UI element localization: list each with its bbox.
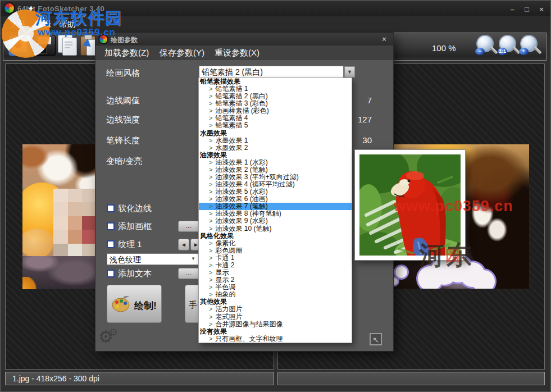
source-image (22, 144, 97, 289)
style-combobox-arrow-icon[interactable]: ▼ (344, 66, 355, 78)
soften-edges-checkbox[interactable] (107, 204, 115, 212)
style-option-label: 油漆效果 9 (水彩) (215, 217, 267, 225)
style-option[interactable]: >老式照片 (199, 313, 352, 321)
style-option[interactable]: >铅笔素描 3 (彩色) (199, 100, 352, 107)
app-window: 64bit FotoSketcher 3.40 – □ × 文件 编辑 帮助 1… (0, 0, 551, 392)
zoom-out-icon[interactable]: − (475, 34, 498, 61)
style-option[interactable]: >油画棒素描 (彩色) (199, 107, 352, 115)
style-category: 油漆效果 (199, 152, 352, 159)
item-marker: > (209, 174, 212, 180)
maximize-button[interactable]: □ (521, 5, 532, 14)
site-watermark-name: 河东软件园 (35, 7, 122, 30)
item-marker: > (209, 269, 212, 276)
menu-load-parameters[interactable]: 加载参数(Z) (104, 48, 149, 58)
style-option[interactable]: >油漆效果 7 (笔触) (199, 203, 352, 210)
item-marker: > (209, 291, 212, 298)
menu-save-parameters[interactable]: 保存参数(Y) (160, 48, 204, 58)
style-option[interactable]: >油漆效果 6 (油画) (199, 195, 352, 203)
mosaic-cell (53, 244, 68, 257)
style-option[interactable]: >铅笔素描 5 (199, 122, 352, 129)
style-option[interactable]: >油漆效果 1 (水彩) (199, 159, 352, 166)
close-button[interactable]: × (536, 5, 547, 14)
style-option-label: 彩色圆圈 (215, 247, 242, 254)
style-option[interactable]: >水墨效果 1 (199, 137, 352, 144)
mosaic-cell (53, 202, 68, 216)
style-option[interactable]: >油漆效果 5 (水彩) (199, 188, 352, 195)
style-option-label: 水墨效果 2 (215, 144, 248, 152)
texture-label: 纹理 1 (118, 239, 142, 250)
image-info: 1.jpg - 418x256 - 300 dpi (12, 374, 99, 383)
style-option[interactable]: >彩色圆圈 (199, 247, 352, 254)
style-option[interactable]: >只有画框、文字和纹理 (199, 335, 352, 343)
watermark-star-icon: ✦ (28, 4, 34, 13)
style-option-label: 油漆效果 10 (笔触) (215, 225, 271, 233)
style-option[interactable]: >显示 (199, 269, 352, 276)
style-option-label: 合并源图像与结果图像 (215, 321, 283, 328)
style-option[interactable]: >水墨效果 2 (199, 144, 352, 152)
style-option[interactable]: >铅笔素描 1 (199, 85, 352, 93)
style-category: 铅笔素描效果 (199, 78, 352, 85)
style-option[interactable]: >油漆效果 8 (神奇笔触) (199, 210, 352, 217)
add-frame-label: 添加画框 (118, 221, 152, 232)
menu-reset-parameters[interactable]: 重设参数(X) (215, 48, 259, 58)
style-dropdown-list: 铅笔素描效果>铅笔素描 1>铅笔素描 2 (黑白)>铅笔素描 3 (彩色)>油画… (198, 78, 352, 343)
texture-prev-icon[interactable]: ◄ (178, 239, 189, 250)
dialog-close-icon[interactable]: × (380, 35, 389, 44)
edge-intensity-value: 127 (355, 115, 372, 124)
style-option[interactable]: >油漆效果 10 (笔触) (199, 225, 352, 233)
mosaic-cell (53, 189, 68, 202)
style-option[interactable]: >卡通 2 (199, 262, 352, 269)
mosaic-cell (53, 216, 68, 230)
style-option[interactable]: >铅笔素描 4 (199, 115, 352, 122)
texture-combobox[interactable]: 浅色纹理 (107, 253, 200, 265)
style-option[interactable]: >油漆效果 4 (循环平均过滤) (199, 181, 352, 188)
item-marker: > (209, 217, 212, 224)
style-option-label: 铅笔素描 3 (彩色) (215, 100, 267, 107)
style-option[interactable]: >显示 2 (199, 276, 352, 284)
resize-grip-icon[interactable]: ↖ (370, 333, 382, 345)
style-option[interactable]: >抽象的 (199, 291, 352, 298)
item-marker: > (209, 100, 212, 107)
item-marker: > (209, 181, 212, 188)
style-combobox[interactable]: 铅笔素描 2 (黑白) (199, 66, 344, 78)
edge-threshold-label: 边线阈值 (106, 95, 140, 106)
texture-combobox-arrow-icon[interactable]: ▼ (191, 256, 195, 261)
draw-button[interactable]: 绘制! (107, 285, 162, 323)
style-option[interactable]: >油漆效果 2 (笔触) (199, 166, 352, 174)
style-option[interactable]: >像素化 (199, 240, 352, 247)
add-text-label: 添加文本 (118, 268, 152, 279)
edge-intensity-label: 边线强度 (106, 115, 140, 125)
minimize-button[interactable]: – (507, 5, 518, 14)
item-marker: > (209, 115, 212, 121)
style-option[interactable]: >油漆效果 9 (水彩) (199, 217, 352, 225)
dialog-title-bar: 绘图参数 × (95, 33, 393, 45)
zoom-actual-size-icon[interactable]: 1:1 (498, 34, 520, 61)
pixelated-region (53, 189, 97, 257)
zoom-in-icon[interactable]: + (519, 34, 541, 61)
text-options-button[interactable]: ... (178, 268, 199, 279)
frame-options-button[interactable]: ... (178, 221, 199, 232)
item-marker: > (209, 240, 212, 247)
style-option-label: 油漆效果 8 (神奇笔触) (215, 210, 281, 217)
style-category: 没有效果 (199, 328, 352, 335)
style-option[interactable]: >合并源图像与结果图像 (199, 321, 352, 328)
item-marker: > (209, 306, 212, 312)
item-marker: > (209, 107, 212, 114)
zoom-level: 100 % (432, 43, 456, 53)
style-option[interactable]: >油漆效果 3 (平均+双向过滤) (199, 174, 352, 181)
texture-checkbox[interactable] (107, 240, 115, 248)
add-text-checkbox[interactable] (107, 270, 115, 277)
style-option-label: 油漆效果 2 (笔触) (215, 166, 267, 174)
style-option-label: 老式照片 (215, 313, 242, 321)
style-option[interactable]: >铅笔素描 2 (黑白) (199, 93, 352, 100)
add-frame-checkbox[interactable] (107, 222, 115, 230)
style-option-label: 抽象的 (215, 291, 235, 298)
style-option-label: 油漆效果 (200, 152, 227, 159)
style-option[interactable]: >半色调 (199, 284, 352, 291)
item-marker: > (209, 313, 212, 320)
style-option-label: 油漆效果 4 (循环平均过滤) (215, 181, 294, 188)
mosaic-cell (68, 230, 83, 243)
style-option-label: 只有画框、文字和纹理 (215, 335, 283, 343)
style-option[interactable]: >活力图片 (199, 306, 352, 313)
style-option[interactable]: >卡通 1 (199, 254, 352, 262)
